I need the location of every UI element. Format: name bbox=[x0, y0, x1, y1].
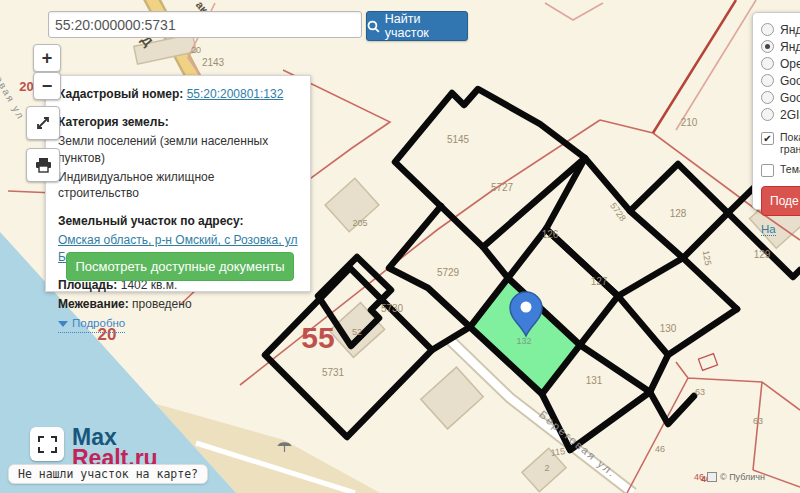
find-parcel-button[interactable]: Найти участок bbox=[366, 11, 468, 41]
layer-option-label: 2GIS bbox=[780, 108, 800, 122]
layer-option-0[interactable]: Янде bbox=[761, 21, 800, 38]
layers-panel: ЯндеЯндеOperGoogGoog2GIS ✔ПокагранТема П… bbox=[752, 12, 800, 210]
layer-checkbox-label: Тема bbox=[780, 163, 800, 175]
radio-icon[interactable] bbox=[761, 40, 774, 53]
radio-icon[interactable] bbox=[761, 23, 774, 36]
share-button[interactable]: Поде bbox=[761, 186, 800, 216]
layer-checkbox-1[interactable]: Тема bbox=[761, 163, 800, 177]
cad-number-label: Кадастровый номер: bbox=[58, 87, 183, 101]
cad-number-link[interactable]: 55:20:200801:132 bbox=[187, 87, 284, 101]
printer-icon bbox=[35, 157, 52, 173]
survey-label: Межевание: bbox=[58, 297, 129, 311]
category-line1: Земли поселений (земли населенных пункто… bbox=[58, 133, 298, 165]
survey-value: проведено bbox=[132, 297, 191, 311]
layer-option-label: Oper bbox=[780, 57, 800, 71]
print-button[interactable] bbox=[26, 148, 60, 182]
view-documents-button[interactable]: Посмотреть доступные документы bbox=[66, 252, 294, 281]
cadastral-map-app: { "search": { "value": "55:20:000000:573… bbox=[0, 0, 800, 493]
category-line2: Индивидуальное жилищное строительство bbox=[58, 169, 298, 201]
layer-option-5[interactable]: 2GIS bbox=[761, 106, 800, 123]
find-parcel-label: Найти участок bbox=[385, 12, 467, 40]
not-found-tooltip[interactable]: Не нашли участок на карте? bbox=[8, 464, 208, 484]
layer-option-label: Янде bbox=[780, 23, 800, 37]
layer-option-label: Goog bbox=[780, 91, 800, 105]
zoom-in-button[interactable]: + bbox=[33, 44, 61, 72]
checkbox-icon[interactable]: ✔ bbox=[761, 132, 774, 145]
expand-icon bbox=[35, 115, 51, 131]
radio-icon[interactable] bbox=[761, 74, 774, 87]
map-attribution: 46 © Публичн bbox=[694, 472, 765, 482]
search-icon bbox=[367, 20, 380, 33]
details-label: Подробно bbox=[72, 316, 125, 332]
zoom-out-button[interactable]: − bbox=[33, 72, 61, 100]
attribution-icon bbox=[707, 472, 717, 482]
layer-option-3[interactable]: Goog bbox=[761, 72, 800, 89]
layer-option-2[interactable]: Oper bbox=[761, 55, 800, 72]
fullscreen-button[interactable] bbox=[26, 106, 60, 140]
layers-panel-link[interactable]: На bbox=[761, 223, 776, 236]
radio-icon[interactable] bbox=[761, 108, 774, 121]
layer-option-4[interactable]: Goog bbox=[761, 89, 800, 106]
attribution-number: 46 bbox=[694, 472, 704, 482]
radio-icon[interactable] bbox=[761, 91, 774, 104]
layer-option-label: Goog bbox=[780, 74, 800, 88]
cadastral-search-input[interactable] bbox=[48, 11, 362, 38]
layer-checkbox-0[interactable]: ✔Покагран bbox=[761, 131, 800, 155]
category-label: Категория земель: bbox=[58, 115, 169, 129]
layer-option-label: Янде bbox=[780, 40, 800, 54]
layer-option-1[interactable]: Янде bbox=[761, 38, 800, 55]
address-label: Земельный участок по адресу: bbox=[58, 214, 243, 228]
logo-icon bbox=[30, 427, 64, 461]
maxrealt-logo[interactable]: Max Realt.ru bbox=[30, 427, 158, 469]
radio-icon[interactable] bbox=[761, 57, 774, 70]
attribution-text: © Публичн bbox=[720, 472, 765, 482]
details-toggle[interactable]: Подробно bbox=[58, 316, 125, 333]
layer-checkbox-label: Покагран bbox=[780, 131, 800, 155]
chevron-down-icon bbox=[58, 321, 68, 327]
parcel-info-panel: Кадастровый номер: 55:20:200801:132 Кате… bbox=[45, 75, 311, 292]
checkbox-icon[interactable] bbox=[761, 164, 774, 177]
